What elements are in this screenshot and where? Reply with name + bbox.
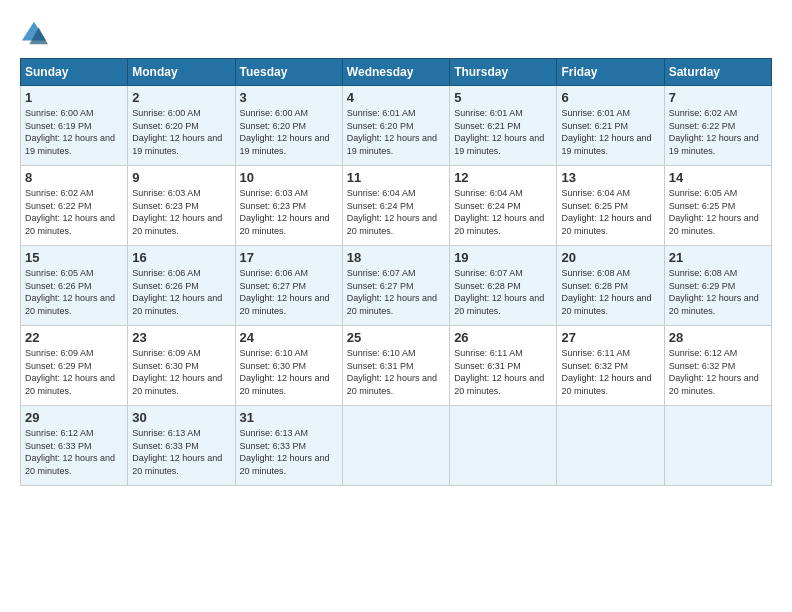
page-header	[20, 20, 772, 48]
day-number: 24	[240, 330, 338, 345]
calendar-cell: 14 Sunrise: 6:05 AMSunset: 6:25 PMDaylig…	[664, 166, 771, 246]
calendar-week-row: 29 Sunrise: 6:12 AMSunset: 6:33 PMDaylig…	[21, 406, 772, 486]
calendar-cell: 29 Sunrise: 6:12 AMSunset: 6:33 PMDaylig…	[21, 406, 128, 486]
day-number: 27	[561, 330, 659, 345]
day-detail: Sunrise: 6:12 AMSunset: 6:33 PMDaylight:…	[25, 428, 115, 476]
calendar-cell	[557, 406, 664, 486]
calendar-cell: 28 Sunrise: 6:12 AMSunset: 6:32 PMDaylig…	[664, 326, 771, 406]
calendar-cell: 3 Sunrise: 6:00 AMSunset: 6:20 PMDayligh…	[235, 86, 342, 166]
calendar-cell: 23 Sunrise: 6:09 AMSunset: 6:30 PMDaylig…	[128, 326, 235, 406]
day-detail: Sunrise: 6:02 AMSunset: 6:22 PMDaylight:…	[25, 188, 115, 236]
day-number: 21	[669, 250, 767, 265]
weekday-header: Wednesday	[342, 59, 449, 86]
weekday-header: Saturday	[664, 59, 771, 86]
calendar-cell: 4 Sunrise: 6:01 AMSunset: 6:20 PMDayligh…	[342, 86, 449, 166]
calendar-cell: 16 Sunrise: 6:06 AMSunset: 6:26 PMDaylig…	[128, 246, 235, 326]
weekday-header: Monday	[128, 59, 235, 86]
day-number: 28	[669, 330, 767, 345]
calendar-cell: 9 Sunrise: 6:03 AMSunset: 6:23 PMDayligh…	[128, 166, 235, 246]
day-number: 11	[347, 170, 445, 185]
day-number: 15	[25, 250, 123, 265]
day-detail: Sunrise: 6:01 AMSunset: 6:21 PMDaylight:…	[454, 108, 544, 156]
day-number: 14	[669, 170, 767, 185]
calendar-cell: 13 Sunrise: 6:04 AMSunset: 6:25 PMDaylig…	[557, 166, 664, 246]
calendar-week-row: 1 Sunrise: 6:00 AMSunset: 6:19 PMDayligh…	[21, 86, 772, 166]
day-detail: Sunrise: 6:11 AMSunset: 6:31 PMDaylight:…	[454, 348, 544, 396]
day-number: 13	[561, 170, 659, 185]
day-detail: Sunrise: 6:04 AMSunset: 6:24 PMDaylight:…	[454, 188, 544, 236]
calendar-cell: 8 Sunrise: 6:02 AMSunset: 6:22 PMDayligh…	[21, 166, 128, 246]
weekday-header: Tuesday	[235, 59, 342, 86]
day-number: 25	[347, 330, 445, 345]
day-detail: Sunrise: 6:10 AMSunset: 6:31 PMDaylight:…	[347, 348, 437, 396]
day-number: 10	[240, 170, 338, 185]
day-number: 22	[25, 330, 123, 345]
calendar-cell: 5 Sunrise: 6:01 AMSunset: 6:21 PMDayligh…	[450, 86, 557, 166]
day-number: 1	[25, 90, 123, 105]
day-detail: Sunrise: 6:01 AMSunset: 6:21 PMDaylight:…	[561, 108, 651, 156]
calendar-cell: 7 Sunrise: 6:02 AMSunset: 6:22 PMDayligh…	[664, 86, 771, 166]
calendar-cell: 21 Sunrise: 6:08 AMSunset: 6:29 PMDaylig…	[664, 246, 771, 326]
calendar-cell: 2 Sunrise: 6:00 AMSunset: 6:20 PMDayligh…	[128, 86, 235, 166]
day-detail: Sunrise: 6:01 AMSunset: 6:20 PMDaylight:…	[347, 108, 437, 156]
day-detail: Sunrise: 6:13 AMSunset: 6:33 PMDaylight:…	[240, 428, 330, 476]
day-detail: Sunrise: 6:10 AMSunset: 6:30 PMDaylight:…	[240, 348, 330, 396]
calendar-cell: 12 Sunrise: 6:04 AMSunset: 6:24 PMDaylig…	[450, 166, 557, 246]
calendar-cell: 24 Sunrise: 6:10 AMSunset: 6:30 PMDaylig…	[235, 326, 342, 406]
day-detail: Sunrise: 6:08 AMSunset: 6:29 PMDaylight:…	[669, 268, 759, 316]
day-number: 7	[669, 90, 767, 105]
calendar-cell: 18 Sunrise: 6:07 AMSunset: 6:27 PMDaylig…	[342, 246, 449, 326]
calendar-cell: 11 Sunrise: 6:04 AMSunset: 6:24 PMDaylig…	[342, 166, 449, 246]
day-number: 16	[132, 250, 230, 265]
day-detail: Sunrise: 6:07 AMSunset: 6:28 PMDaylight:…	[454, 268, 544, 316]
calendar-cell: 26 Sunrise: 6:11 AMSunset: 6:31 PMDaylig…	[450, 326, 557, 406]
logo	[20, 20, 52, 48]
day-detail: Sunrise: 6:07 AMSunset: 6:27 PMDaylight:…	[347, 268, 437, 316]
weekday-header: Thursday	[450, 59, 557, 86]
day-detail: Sunrise: 6:05 AMSunset: 6:25 PMDaylight:…	[669, 188, 759, 236]
day-detail: Sunrise: 6:04 AMSunset: 6:24 PMDaylight:…	[347, 188, 437, 236]
calendar-cell: 20 Sunrise: 6:08 AMSunset: 6:28 PMDaylig…	[557, 246, 664, 326]
day-detail: Sunrise: 6:12 AMSunset: 6:32 PMDaylight:…	[669, 348, 759, 396]
calendar-header-row: SundayMondayTuesdayWednesdayThursdayFrid…	[21, 59, 772, 86]
day-detail: Sunrise: 6:05 AMSunset: 6:26 PMDaylight:…	[25, 268, 115, 316]
weekday-header: Sunday	[21, 59, 128, 86]
day-number: 23	[132, 330, 230, 345]
day-detail: Sunrise: 6:03 AMSunset: 6:23 PMDaylight:…	[132, 188, 222, 236]
day-number: 5	[454, 90, 552, 105]
day-number: 17	[240, 250, 338, 265]
day-number: 20	[561, 250, 659, 265]
calendar-cell	[342, 406, 449, 486]
day-number: 12	[454, 170, 552, 185]
calendar-cell: 19 Sunrise: 6:07 AMSunset: 6:28 PMDaylig…	[450, 246, 557, 326]
calendar-cell: 22 Sunrise: 6:09 AMSunset: 6:29 PMDaylig…	[21, 326, 128, 406]
calendar-table: SundayMondayTuesdayWednesdayThursdayFrid…	[20, 58, 772, 486]
day-number: 29	[25, 410, 123, 425]
day-detail: Sunrise: 6:09 AMSunset: 6:30 PMDaylight:…	[132, 348, 222, 396]
day-detail: Sunrise: 6:11 AMSunset: 6:32 PMDaylight:…	[561, 348, 651, 396]
day-detail: Sunrise: 6:08 AMSunset: 6:28 PMDaylight:…	[561, 268, 651, 316]
calendar-cell: 25 Sunrise: 6:10 AMSunset: 6:31 PMDaylig…	[342, 326, 449, 406]
calendar-week-row: 22 Sunrise: 6:09 AMSunset: 6:29 PMDaylig…	[21, 326, 772, 406]
day-detail: Sunrise: 6:00 AMSunset: 6:19 PMDaylight:…	[25, 108, 115, 156]
day-number: 30	[132, 410, 230, 425]
calendar-cell: 6 Sunrise: 6:01 AMSunset: 6:21 PMDayligh…	[557, 86, 664, 166]
calendar-cell: 1 Sunrise: 6:00 AMSunset: 6:19 PMDayligh…	[21, 86, 128, 166]
calendar-cell: 10 Sunrise: 6:03 AMSunset: 6:23 PMDaylig…	[235, 166, 342, 246]
day-number: 6	[561, 90, 659, 105]
day-detail: Sunrise: 6:04 AMSunset: 6:25 PMDaylight:…	[561, 188, 651, 236]
day-detail: Sunrise: 6:00 AMSunset: 6:20 PMDaylight:…	[240, 108, 330, 156]
calendar-week-row: 15 Sunrise: 6:05 AMSunset: 6:26 PMDaylig…	[21, 246, 772, 326]
day-number: 18	[347, 250, 445, 265]
day-detail: Sunrise: 6:09 AMSunset: 6:29 PMDaylight:…	[25, 348, 115, 396]
calendar-week-row: 8 Sunrise: 6:02 AMSunset: 6:22 PMDayligh…	[21, 166, 772, 246]
day-detail: Sunrise: 6:06 AMSunset: 6:26 PMDaylight:…	[132, 268, 222, 316]
day-number: 31	[240, 410, 338, 425]
day-number: 9	[132, 170, 230, 185]
calendar-cell: 27 Sunrise: 6:11 AMSunset: 6:32 PMDaylig…	[557, 326, 664, 406]
day-number: 2	[132, 90, 230, 105]
day-number: 26	[454, 330, 552, 345]
logo-icon	[20, 20, 48, 48]
calendar-cell: 31 Sunrise: 6:13 AMSunset: 6:33 PMDaylig…	[235, 406, 342, 486]
day-detail: Sunrise: 6:00 AMSunset: 6:20 PMDaylight:…	[132, 108, 222, 156]
